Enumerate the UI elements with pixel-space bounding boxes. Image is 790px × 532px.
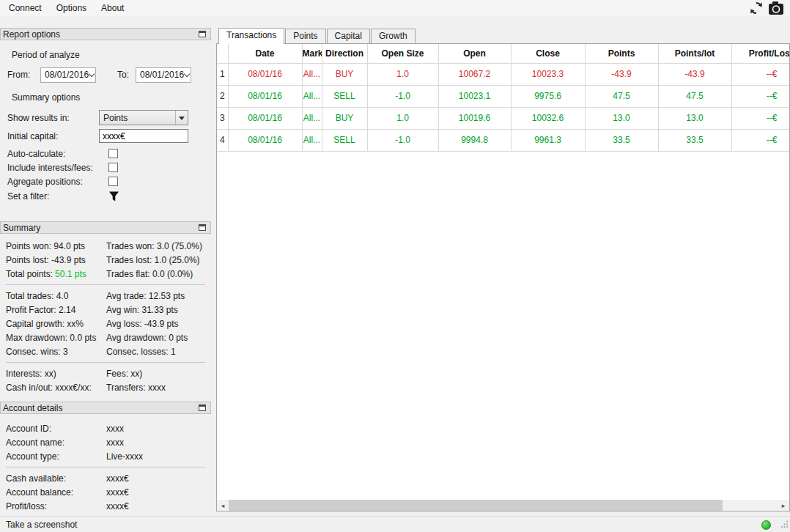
account-id-label: Account ID: <box>6 424 106 434</box>
menu-connect[interactable]: Connect <box>1 1 49 15</box>
report-area: Transactions Points Capital Growth Date <box>216 28 790 516</box>
toolbar-icons <box>750 1 790 15</box>
float-panel-icon[interactable] <box>199 224 206 231</box>
cell-open-size: -1.0 <box>367 129 438 151</box>
table-row[interactable]: 3 08/01/16 All... BUY 1.0 10019.6 10032.… <box>217 107 790 129</box>
column-header-open-size[interactable]: Open Size <box>367 44 438 63</box>
account-row: Account ID: xxxx <box>6 421 207 435</box>
show-results-select[interactable]: Points <box>99 110 188 125</box>
column-header-market[interactable]: Market <box>302 44 322 63</box>
stat-row: Capital growth: xx% Avg loss: -43.9 pts <box>6 317 207 330</box>
stat-row: Interests: xx) Fees: xx) <box>6 366 207 380</box>
tab-capital[interactable]: Capital <box>327 29 370 43</box>
row-number[interactable]: 2 <box>217 85 228 107</box>
period-of-analyze-label: Period of analyze <box>12 50 211 61</box>
include-interests-fees-checkbox[interactable] <box>108 163 118 172</box>
panel-header-report-options[interactable]: Report options <box>0 28 211 40</box>
table-row[interactable]: 2 08/01/16 All... SELL -1.0 10023.1 9975… <box>217 85 790 107</box>
column-header-direction[interactable]: Direction <box>322 44 367 63</box>
cell-close: 10032.6 <box>511 107 585 129</box>
stat-total-points: Total points:50.1 pts <box>6 269 106 279</box>
cell-points: 47.5 <box>585 85 658 107</box>
cell-profit-loss: --€ <box>731 85 790 107</box>
scrollbar-thumb[interactable] <box>229 500 723 511</box>
panel-header-summary[interactable]: Summary <box>0 221 211 234</box>
cell-direction: BUY <box>322 107 367 129</box>
cell-date: 08/01/16 <box>228 107 302 129</box>
stat-trades-won: Trades won: 3.0 (75.0%) <box>106 241 207 251</box>
cell-close: 9961.3 <box>511 129 585 151</box>
stat-points-lost: Points lost: -43.9 pts <box>6 255 106 265</box>
float-panel-icon[interactable] <box>199 31 206 37</box>
cell-close: 9975.6 <box>511 85 585 107</box>
stat-total-trades: Total trades: 4.0 <box>6 291 106 301</box>
row-number[interactable]: 4 <box>217 129 228 151</box>
cell-points-lot: 33.5 <box>658 129 731 151</box>
tab-points[interactable]: Points <box>285 29 325 43</box>
include-interests-row: Include interests/fees: <box>7 162 211 173</box>
table-row[interactable]: 4 08/01/16 All... SELL -1.0 9994.8 9961.… <box>217 129 790 151</box>
cell-points-lot: -43.9 <box>658 63 731 85</box>
column-header-date[interactable]: Date <box>228 44 302 63</box>
table-header-row: Date Market Direction Open Size Open Clo… <box>217 44 790 63</box>
column-header-points-lot[interactable]: Points/lot <box>658 44 731 63</box>
agregate-positions-checkbox[interactable] <box>108 177 118 186</box>
stat-consec-wins: Consec. wins: 3 <box>6 347 106 357</box>
stat-avg-drawdown: Avg drawdown: 0 pts <box>106 333 207 343</box>
stat-row: Consec. wins: 3 Consec. losses: 1 <box>6 344 207 358</box>
column-header-close[interactable]: Close <box>511 44 585 63</box>
scrollbar-track[interactable] <box>229 500 778 511</box>
horizontal-scrollbar[interactable]: ◂ ▸ <box>217 500 789 511</box>
status-text: Take a screenshot <box>6 520 77 530</box>
stat-max-drawdown: Max drawdown: 0.0 pts <box>6 333 106 343</box>
tab-transactions[interactable]: Transactions <box>218 28 284 44</box>
auto-calculate-checkbox[interactable] <box>108 149 118 158</box>
row-number[interactable]: 3 <box>217 107 228 129</box>
from-date-select[interactable]: 08/01/2016 <box>40 67 96 83</box>
panel-header-account-details[interactable]: Account details <box>0 402 211 414</box>
cell-open: 10067.2 <box>438 63 511 85</box>
initial-capital-input[interactable] <box>99 129 188 143</box>
stat-capital-growth: Capital growth: xx% <box>6 319 106 329</box>
panel-title-summary: Summary <box>3 223 199 233</box>
stat-consec-losses: Consec. losses: 1 <box>106 347 207 357</box>
refresh-icon[interactable] <box>750 1 763 15</box>
row-number[interactable]: 1 <box>217 63 228 85</box>
table-row[interactable]: 1 08/01/16 All... BUY 1.0 10067.2 10023.… <box>217 63 790 85</box>
cell-market: All... <box>302 129 322 151</box>
float-panel-icon[interactable] <box>199 404 206 411</box>
report-options-body: Period of analyze From: 08/01/2016 To: 0… <box>0 50 211 221</box>
column-header-open[interactable]: Open <box>438 44 511 63</box>
panel-report-options: Report options Period of analyze From: 0… <box>0 28 211 221</box>
column-header-profit-loss[interactable]: Profit/Loss <box>731 44 790 63</box>
divider <box>6 362 205 363</box>
divider <box>6 284 205 285</box>
corner-header-cell <box>217 44 228 63</box>
cell-market: All... <box>302 63 322 85</box>
tab-growth[interactable]: Growth <box>371 29 416 43</box>
resize-grip-icon[interactable] <box>780 520 789 531</box>
initial-capital-label: Initial capital: <box>7 131 99 141</box>
panel-title-report-options: Report options <box>3 29 199 40</box>
column-header-points[interactable]: Points <box>585 44 658 63</box>
stat-points-won: Points won: 94.0 pts <box>6 241 106 251</box>
to-date-select[interactable]: 08/01/2016 <box>136 67 191 83</box>
cell-points: -43.9 <box>585 63 658 85</box>
screenshot-camera-icon[interactable] <box>768 1 784 15</box>
filter-funnel-icon[interactable] <box>108 191 119 202</box>
cell-date: 08/01/16 <box>228 85 302 107</box>
cell-profit-loss: --€ <box>731 63 790 85</box>
scroll-left-arrow-icon[interactable]: ◂ <box>217 500 229 511</box>
stat-avg-win: Avg win: 31.33 pts <box>106 305 207 315</box>
stat-profit-factor: Profit Factor: 2.14 <box>6 305 106 315</box>
transactions-pane: Date Market Direction Open Size Open Clo… <box>216 43 790 511</box>
menu-about[interactable]: About <box>94 1 131 15</box>
account-name-label: Account name: <box>6 437 106 448</box>
total-points-value: 50.1 pts <box>55 269 86 279</box>
auto-calculate-label: Auto-calculate: <box>7 149 108 159</box>
transactions-table: Date Market Direction Open Size Open Clo… <box>217 44 790 152</box>
from-label: From: <box>7 70 40 80</box>
auto-calculate-row: Auto-calculate: <box>7 148 211 159</box>
scroll-right-arrow-icon[interactable]: ▸ <box>778 500 789 511</box>
menu-options[interactable]: Options <box>49 1 94 15</box>
